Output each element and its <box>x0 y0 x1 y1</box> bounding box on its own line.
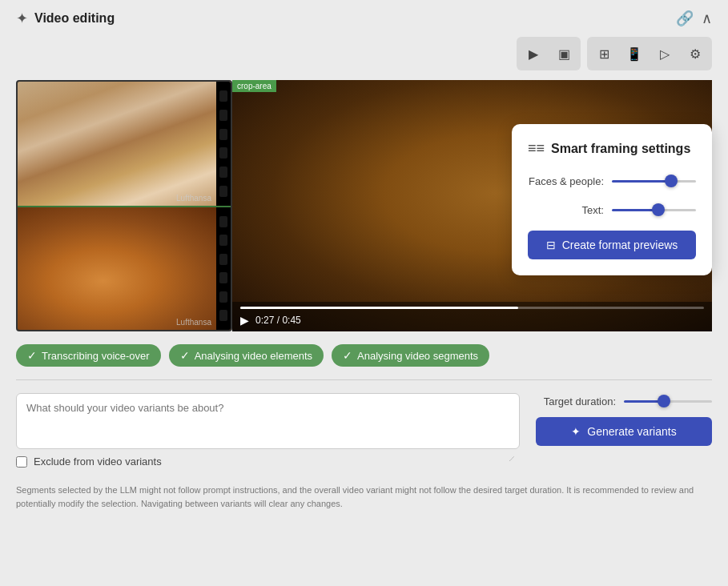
settings-button[interactable]: ⚙ <box>681 39 710 68</box>
film-perf <box>219 110 227 121</box>
film-label-bottom: Lufthansa <box>176 318 211 327</box>
app-container: ✦ Video editing 🔗 ∧ ▶ ▣ ⊞ 📱 ▷ ⚙ <box>0 0 728 586</box>
badge-transcribing: ✓ Transcribing voice-over <box>16 344 161 367</box>
video-progress-bar[interactable] <box>240 307 704 309</box>
check-icon-segments: ✓ <box>343 349 352 362</box>
previews-icon: ⊟ <box>546 239 556 251</box>
header-right: 🔗 ∧ <box>676 10 712 27</box>
text-slider[interactable] <box>612 202 696 218</box>
panel-title: Smart framing settings <box>551 142 690 156</box>
film-button[interactable]: ▣ <box>549 39 578 68</box>
faces-slider-thumb[interactable] <box>665 175 678 187</box>
mobile-view-button[interactable]: 📱 <box>620 39 649 68</box>
film-perf <box>219 167 227 178</box>
video-current-time: 0:27 <box>255 315 274 326</box>
exclude-label: Exclude from video variants <box>34 456 162 468</box>
film-frame-top: Lufthansa <box>18 82 231 206</box>
right-controls: Target duration: ✦ Generate variants <box>536 393 712 446</box>
generate-variants-button[interactable]: ✦ Generate variants <box>536 417 712 446</box>
film-perfs-right-bottom <box>216 207 231 330</box>
film-strip: Lufthansa <box>16 80 232 331</box>
crop-area-label: crop-area <box>232 80 276 92</box>
disclaimer-text: Segments selected by the LLM might not f… <box>16 485 694 508</box>
badge-analysing-elements: ✓ Analysing video elements <box>169 344 324 367</box>
faces-label: Faces & people: <box>528 175 604 187</box>
header: ✦ Video editing 🔗 ∧ <box>0 0 728 37</box>
duration-slider[interactable] <box>624 393 712 409</box>
wand-icon: ✦ <box>16 10 28 27</box>
target-duration-row: Target duration: <box>544 393 712 409</box>
film-perf <box>219 310 227 321</box>
exclude-checkbox[interactable] <box>16 456 27 468</box>
text-slider-thumb[interactable] <box>652 203 665 216</box>
video-controls-row: ▶ 0:27 / 0:45 <box>240 314 704 327</box>
video-time: 0:27 / 0:45 <box>255 315 301 326</box>
film-perf <box>219 291 227 303</box>
textarea-container: ⟋ Exclude from video variants <box>16 393 520 468</box>
badge-transcribing-label: Transcribing voice-over <box>42 350 150 362</box>
film-perfs-right-top <box>216 82 231 206</box>
badge-analysing-segments: ✓ Analysing video segments <box>332 344 489 367</box>
faces-slider-row: Faces & people: <box>528 173 696 189</box>
text-label: Text: <box>528 204 604 216</box>
variant-textarea[interactable] <box>16 393 520 449</box>
collapse-icon[interactable]: ∧ <box>702 10 712 27</box>
video-play-button[interactable]: ▶ <box>240 314 249 327</box>
duration-thumb[interactable] <box>658 395 670 407</box>
header-left: ✦ Video editing <box>16 10 115 27</box>
bottom-section: ⟋ Exclude from video variants Target dur… <box>0 380 728 480</box>
link-icon[interactable]: 🔗 <box>676 10 694 27</box>
text-slider-row: Text: <box>528 202 696 218</box>
video-controls: ▶ 0:27 / 0:45 <box>232 302 712 331</box>
disclaimer: Segments selected by the LLM might not f… <box>0 480 728 523</box>
check-icon-elements: ✓ <box>180 349 190 362</box>
create-previews-label: Create format previews <box>562 239 678 251</box>
smart-framing-panel: ≡≡ Smart framing settings Faces & people… <box>512 124 712 275</box>
film-perf <box>219 272 227 283</box>
toolbar-group-1: ▶ ▣ <box>517 37 581 70</box>
film-frame-bottom: Lufthansa <box>18 206 231 330</box>
check-icon-transcribing: ✓ <box>27 349 37 362</box>
faces-slider[interactable] <box>612 173 696 189</box>
film-perf <box>219 254 227 265</box>
resize-handle-icon: ⟋ <box>507 453 517 464</box>
screen-view-button[interactable]: ▷ <box>650 39 679 68</box>
status-badges-row: ✓ Transcribing voice-over ✓ Analysing vi… <box>0 331 728 379</box>
film-perf <box>219 129 227 140</box>
badge-elements-label: Analysing video elements <box>195 350 312 362</box>
toolbar: ▶ ▣ ⊞ 📱 ▷ ⚙ <box>0 37 728 80</box>
panel-header: ≡≡ Smart framing settings <box>528 140 696 157</box>
film-image-bottom <box>18 207 231 330</box>
play-button[interactable]: ▶ <box>519 39 548 68</box>
exclude-checkbox-row: Exclude from video variants <box>16 456 520 468</box>
toolbar-group-2: ⊞ 📱 ▷ ⚙ <box>587 37 712 70</box>
film-perf <box>219 235 227 246</box>
faces-slider-track <box>612 180 696 183</box>
film-perf <box>219 90 227 102</box>
framing-icon: ≡≡ <box>528 140 545 157</box>
film-image-top <box>18 82 231 206</box>
generate-label: Generate variants <box>587 425 676 438</box>
film-perf <box>219 186 227 197</box>
film-label-top: Lufthansa <box>176 194 211 203</box>
film-perf <box>219 216 227 227</box>
video-total-time: 0:45 <box>282 315 300 326</box>
video-progress-fill <box>240 307 518 309</box>
create-previews-button[interactable]: ⊟ Create format previews <box>528 231 696 259</box>
generate-icon: ✦ <box>571 425 581 438</box>
film-perf <box>219 147 227 159</box>
page-title: Video editing <box>34 11 115 26</box>
badge-segments-label: Analysing video segments <box>357 350 478 362</box>
grid-view-button[interactable]: ⊞ <box>589 39 618 68</box>
target-duration-label: Target duration: <box>544 395 616 407</box>
